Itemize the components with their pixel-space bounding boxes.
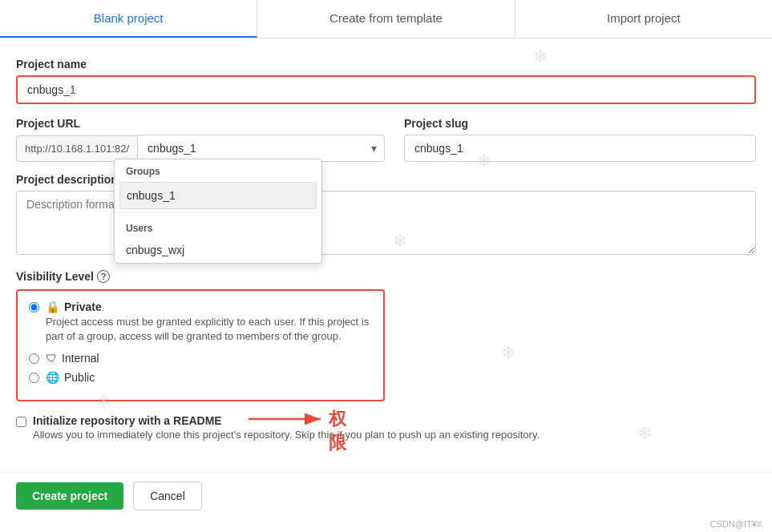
tab-blank-label: Blank project <box>94 11 164 25</box>
groups-section-label: Groups <box>115 159 321 180</box>
visibility-private-option: 🔒 Private Project access must be granted… <box>29 300 372 344</box>
visibility-internal-radio[interactable] <box>29 353 39 364</box>
url-slug-row: Project URL http://10.168.1.101:82/ cnbu… <box>16 117 756 162</box>
visibility-internal-option: 🛡 Internal <box>29 352 372 365</box>
create-project-button[interactable]: Create project <box>16 482 123 510</box>
bottom-bar: Create project Cancel <box>0 473 772 518</box>
slug-col: Project slug <box>404 117 756 162</box>
visibility-box: 🔒 Private Project access must be granted… <box>16 289 385 401</box>
help-icon[interactable]: ? <box>97 270 110 283</box>
internal-label: 🛡 Internal <box>46 352 99 365</box>
init-readme-checkbox[interactable] <box>16 417 26 427</box>
url-prefix: http://10.168.1.101:82/ <box>16 135 137 162</box>
tab-import-project[interactable]: Import project <box>515 0 772 38</box>
namespace-dropdown: Groups cnbugs_1 Users cnbugs_wxj <box>114 159 322 264</box>
visibility-section: Visibility Level ? 🔒 Private Project acc… <box>16 270 756 401</box>
init-readme-section: Initialize repository with a README Allo… <box>16 414 756 441</box>
tab-create-template[interactable]: Create from template <box>257 0 515 38</box>
branding: CSDN@IT¥#. <box>710 519 764 529</box>
tab-blank-project[interactable]: Blank project <box>0 0 257 38</box>
project-name-input[interactable] <box>16 75 756 104</box>
url-col: Project URL http://10.168.1.101:82/ cnbu… <box>16 117 385 162</box>
globe-icon: 🌐 <box>46 371 59 384</box>
visibility-public-option: 🌐 Public <box>29 371 372 384</box>
project-name-group: Project name <box>16 58 756 104</box>
public-label: 🌐 Public <box>46 371 95 384</box>
init-readme-desc: Allows you to immediately clone this pro… <box>33 429 756 441</box>
dropdown-divider <box>115 212 321 213</box>
visibility-public-radio[interactable] <box>29 373 39 383</box>
dropdown-item-cnbugs1[interactable]: cnbugs_1 <box>119 182 317 209</box>
project-slug-input[interactable] <box>404 135 756 162</box>
namespace-select[interactable]: cnbugs_1 <box>137 135 385 162</box>
url-row: http://10.168.1.101:82/ cnbugs_1 ▾ <box>16 135 385 162</box>
cancel-button[interactable]: Cancel <box>133 482 202 510</box>
namespace-select-wrapper[interactable]: cnbugs_1 ▾ <box>137 135 385 162</box>
tab-import-label: Import project <box>607 11 681 25</box>
project-name-label: Project name <box>16 58 756 71</box>
page-container: Blank project Create from template Impor… <box>0 0 772 532</box>
visibility-private-radio[interactable] <box>29 302 39 312</box>
lock-icon: 🔒 <box>46 300 59 313</box>
dropdown-item-cnbugs-wxj[interactable]: cnbugs_wxj <box>115 237 321 263</box>
private-label: Private <box>64 300 102 313</box>
users-section-label: Users <box>115 216 321 237</box>
private-description: Project access must be granted explicitl… <box>46 315 372 344</box>
tab-template-label: Create from template <box>329 11 443 25</box>
visibility-label: Visibility Level ? <box>16 270 756 283</box>
project-slug-label: Project slug <box>404 117 756 130</box>
init-readme-title: Initialize repository with a README <box>33 414 756 427</box>
project-url-label: Project URL <box>16 117 385 130</box>
tabs-bar: Blank project Create from template Impor… <box>0 0 772 38</box>
shield-icon: 🛡 <box>46 352 57 365</box>
